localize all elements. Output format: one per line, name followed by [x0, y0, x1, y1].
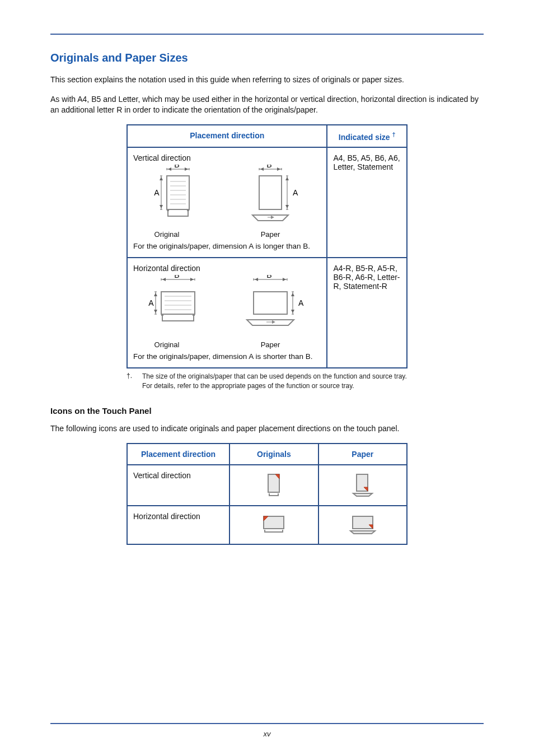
svg-marker-27: [285, 177, 289, 180]
svg-marker-28: [285, 205, 289, 208]
cell-direction: Horizontal direction: [127, 506, 229, 544]
cell-icon-original-vertical: [229, 465, 318, 506]
svg-marker-58: [291, 310, 294, 313]
svg-rect-59: [254, 292, 287, 314]
diagram-group-vertical: B A: [133, 165, 321, 239]
svg-rect-10: [167, 176, 189, 209]
table-footnote: †. The size of the originals/paper that …: [127, 372, 407, 390]
cell-horizontal-note: For the originals/paper, dimension A is …: [133, 352, 321, 361]
paper-horizontal-icon: [347, 512, 378, 535]
cell-vertical-sizes: A4, B5, A5, B6, A6, Letter, Statement: [327, 147, 407, 258]
col-indicated-header: Indicated size †: [327, 125, 407, 148]
bottom-rule: [50, 723, 484, 724]
svg-marker-8: [160, 177, 163, 180]
icons-table: Placement direction Originals Paper Vert…: [127, 443, 407, 545]
diagram-group-horizontal: B A: [133, 275, 321, 349]
subsection-heading: Icons on the Touch Panel: [50, 406, 484, 416]
diagram-b-label: B: [174, 165, 179, 169]
diagram-original-horizontal: B A: [133, 275, 200, 349]
col-indicated-header-text: Indicated size: [339, 132, 390, 141]
original-vertical-icon: [263, 471, 285, 497]
svg-marker-3: [168, 167, 171, 171]
diagram-a-label: A: [154, 188, 160, 197]
diagram-paper-vertical: B A: [234, 165, 307, 239]
cell-direction-label: Vertical direction: [133, 153, 321, 162]
table-row: Vertical direction: [127, 465, 407, 506]
footnote-text: The size of the originals/paper that can…: [142, 372, 407, 390]
paper-landscape-icon: B A: [234, 275, 307, 338]
section-heading: Originals and Paper Sizes: [50, 52, 484, 64]
col-indicated-header-dagger: †: [392, 131, 396, 138]
svg-marker-41: [154, 310, 157, 313]
table-header-row: Placement direction Originals Paper: [127, 444, 407, 465]
cell-direction: Vertical direction: [127, 465, 229, 506]
top-rule: [50, 34, 484, 35]
diagram-caption-paper: Paper: [234, 230, 307, 239]
diagram-a-label: A: [298, 298, 304, 307]
cell-vertical-note: For the originals/paper, dimension A is …: [133, 242, 321, 250]
diagram-a-label: A: [293, 188, 298, 197]
diagram-caption-paper: Paper: [234, 340, 307, 349]
svg-marker-52: [255, 278, 258, 281]
intro-paragraph-2: As with A4, B5 and Letter, which may be …: [50, 94, 484, 115]
col-placement-header: Placement direction: [127, 125, 327, 148]
svg-rect-29: [259, 176, 282, 209]
col-paper-header: Paper: [318, 444, 407, 465]
svg-marker-4: [185, 167, 188, 171]
cell-icon-paper-horizontal: [318, 506, 407, 544]
cell-horizontal-sizes: A4-R, B5-R, A5-R, B6-R, A6-R, Letter-R, …: [327, 258, 407, 368]
table-row: Horizontal direction: [127, 506, 407, 544]
svg-marker-57: [291, 293, 294, 296]
cell-horizontal-placement: Horizontal direction B: [127, 258, 327, 368]
table-row: Vertical direction B: [127, 147, 407, 258]
original-portrait-icon: B A: [133, 165, 200, 227]
svg-marker-36: [190, 278, 194, 281]
svg-marker-9: [160, 205, 163, 208]
diagram-caption-original: Original: [133, 340, 200, 349]
table-header-row: Placement direction Indicated size †: [127, 125, 407, 148]
original-landscape-icon: B A: [133, 275, 200, 338]
cell-icon-paper-vertical: [318, 465, 407, 506]
original-horizontal-icon: [258, 512, 289, 535]
subsection-intro: The following icons are used to indicate…: [50, 423, 484, 434]
svg-marker-22: [260, 167, 264, 171]
svg-marker-23: [277, 167, 280, 171]
diagram-b-label: B: [266, 165, 271, 169]
svg-marker-35: [162, 278, 166, 281]
diagram-b-label: B: [266, 275, 271, 279]
intro-paragraph-1: This section explains the notation used …: [50, 74, 484, 85]
diagram-original-vertical: B A: [133, 165, 200, 239]
diagram-b-label: B: [174, 275, 179, 279]
diagram-paper-horizontal: B A: [234, 275, 307, 349]
svg-marker-40: [154, 293, 157, 296]
table-row: Horizontal direction B: [127, 258, 407, 368]
cell-direction-label: Horizontal direction: [133, 264, 321, 273]
svg-rect-65: [353, 516, 373, 529]
cell-icon-original-horizontal: [229, 506, 318, 544]
paper-vertical-icon: [350, 471, 376, 497]
footnote-mark: †.: [127, 372, 132, 390]
svg-marker-53: [283, 278, 286, 281]
paper-portrait-icon: B A: [234, 165, 307, 227]
col-placement-header: Placement direction: [127, 444, 229, 465]
placement-size-table: Placement direction Indicated size † Ver…: [127, 124, 407, 369]
diagram-caption-original: Original: [133, 230, 200, 239]
diagram-a-label: A: [148, 298, 154, 307]
col-originals-header: Originals: [229, 444, 318, 465]
cell-vertical-placement: Vertical direction B: [127, 147, 327, 258]
svg-rect-42: [161, 292, 195, 314]
page-number: xv: [50, 730, 484, 738]
